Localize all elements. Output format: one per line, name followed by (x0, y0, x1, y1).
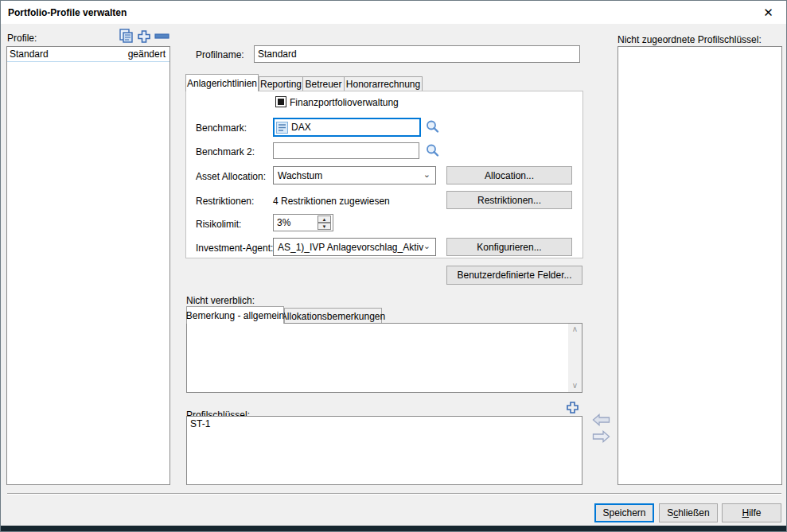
textarea-scrollbar[interactable]: ∧ ∨ (568, 324, 582, 392)
konfigurieren-button[interactable]: Konfigurieren... (446, 238, 572, 256)
profilschluessel-item[interactable]: ST-1 (187, 417, 582, 431)
restriktionen-label: Restriktionen: (196, 196, 254, 207)
benchmark2-label: Benchmark 2: (196, 146, 255, 157)
profile-status: geändert (128, 49, 166, 60)
unassigned-keys-label: Nicht zugeordnete Profilschlüssel: (618, 34, 762, 45)
tab-anlagerichtlinien[interactable]: Anlagerichtlinien (185, 74, 259, 91)
profiles-label: Profile: (7, 33, 37, 44)
tab-allokationsbemerkungen[interactable]: Allokationsbemerkungen (284, 308, 382, 324)
tab-reporting[interactable]: Reporting (259, 76, 303, 91)
window-title: Portfolio-Profile verwalten (8, 7, 127, 18)
portfolio-profile-dialog: Portfolio-Profile verwalten ✕ Profile: S… (0, 0, 787, 532)
speichern-button[interactable]: Speichern (594, 503, 654, 522)
risikolimit-label: Risikolimit: (196, 219, 241, 230)
spinner-down-icon[interactable]: ▼ (318, 223, 331, 230)
scroll-up-icon[interactable]: ∧ (572, 324, 578, 336)
remove-profile-icon[interactable] (154, 33, 169, 40)
tab-bemerkung-allgemein[interactable]: Bemerkung - allgemein (186, 306, 284, 324)
allocation-button[interactable]: Allocation... (446, 166, 572, 184)
benchmark2-search-icon[interactable] (425, 143, 440, 158)
hilfe-button[interactable]: Hilfe (722, 503, 781, 522)
footer-separator (7, 493, 781, 494)
profilschluessel-list[interactable]: ST-1 (186, 416, 582, 485)
tab-betreuer[interactable]: Betreuer (302, 76, 345, 91)
move-left-icon[interactable] (592, 414, 610, 426)
chevron-down-icon: ⌄ (423, 241, 431, 251)
finanzportfolioverwaltung-label: Finanzportfolioverwaltung (290, 97, 399, 108)
profilname-input[interactable]: Standard (254, 45, 580, 63)
copy-profile-icon[interactable] (118, 28, 134, 44)
nicht-vererblich-label: Nicht vererblich: (186, 295, 255, 306)
profile-name: Standard (10, 49, 49, 60)
schliessen-button[interactable]: Schließen (659, 503, 718, 522)
profile-list-item[interactable]: Standard geändert (7, 47, 169, 62)
benchmark2-input[interactable] (273, 142, 419, 159)
close-icon[interactable]: ✕ (750, 1, 786, 24)
investment-agent-label: Investment-Agent: (196, 243, 273, 254)
scroll-down-icon[interactable]: ∨ (572, 380, 578, 392)
tab-honorarrechnung[interactable]: Honorarrechnung (344, 76, 423, 91)
bemerkung-textarea[interactable]: ∧ ∨ (186, 323, 582, 393)
spinner-up-icon[interactable]: ▲ (318, 216, 331, 223)
restriktionen-value: 4 Restriktionen zugewiesen (273, 196, 390, 207)
finanzportfolioverwaltung-checkbox[interactable] (275, 96, 286, 107)
investment-agent-select[interactable]: AS_1)_IVP Anlagevorschlag_Aktiv ⌄ (273, 238, 436, 256)
risikolimit-spinner[interactable]: 3% ▲ ▼ (273, 214, 333, 231)
benutzerdefinierte-felder-button[interactable]: Benutzerdefinierte Felder... (446, 266, 582, 285)
profile-list[interactable]: Standard geändert (6, 46, 170, 485)
unassigned-keys-list[interactable] (618, 46, 782, 485)
benchmark-label: Benchmark: (196, 122, 247, 134)
asset-allocation-select[interactable]: Wachstum ⌄ (273, 166, 436, 184)
benchmark-type-icon (276, 122, 288, 134)
benchmark-input[interactable]: DAX (273, 118, 421, 137)
asset-allocation-label: Asset Allocation: (196, 171, 266, 182)
desktop-background-strip (1, 526, 786, 531)
profilname-label: Profilname: (196, 49, 244, 60)
add-profile-icon[interactable] (137, 29, 151, 44)
add-key-icon[interactable] (566, 401, 579, 414)
title-bar: Portfolio-Profile verwalten ✕ (1, 1, 786, 25)
move-right-icon[interactable] (592, 430, 610, 443)
benchmark-search-icon[interactable] (425, 119, 440, 134)
restriktionen-button[interactable]: Restriktionen... (446, 191, 572, 209)
chevron-down-icon: ⌄ (423, 169, 431, 180)
